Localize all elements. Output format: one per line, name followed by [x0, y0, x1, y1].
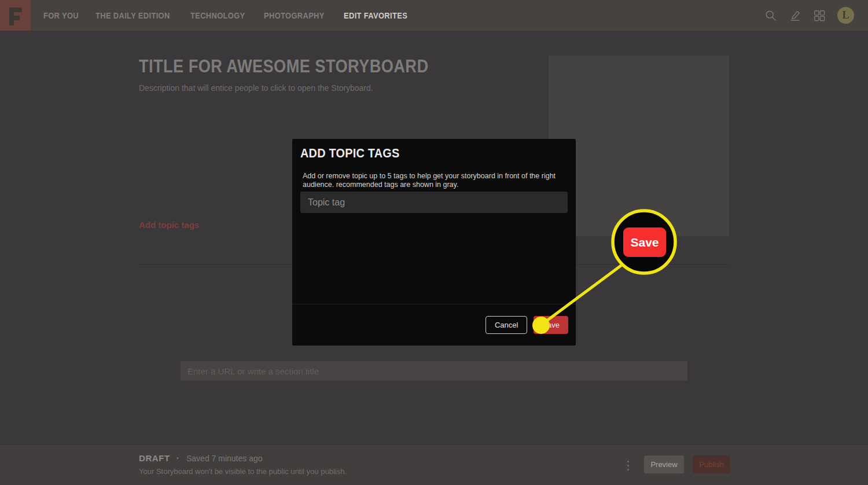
- modal-footer: Cancel Save: [292, 304, 576, 346]
- nav-item-edit-favorites[interactable]: EDIT FAVORITES: [344, 11, 407, 20]
- saved-timestamp: Saved 7 minutes ago: [186, 454, 263, 463]
- flipboard-f-icon: [6, 6, 25, 25]
- storyboard-title[interactable]: TITLE FOR AWESOME STORYBOARD: [139, 56, 429, 77]
- grid-icon[interactable]: [813, 9, 826, 22]
- nav-item-daily-edition[interactable]: THE DAILY EDITION: [95, 11, 170, 20]
- search-icon[interactable]: [764, 9, 777, 22]
- nav-item-photography[interactable]: PHOTOGRAPHY: [264, 11, 325, 20]
- nav-item-for-you[interactable]: FOR YOU: [43, 11, 79, 20]
- add-topic-tags-modal: ADD TOPIC TAGS Add or remove topic up to…: [292, 139, 576, 346]
- avatar[interactable]: L: [837, 7, 854, 24]
- storyboard-description[interactable]: Description that will entice people to c…: [139, 83, 373, 93]
- flipboard-logo[interactable]: [0, 0, 31, 31]
- status-separator-dot: •: [176, 454, 179, 461]
- top-navbar: FOR YOU THE DAILY EDITION TECHNOLOGY PHO…: [0, 0, 868, 31]
- add-topic-tags-link[interactable]: Add topic tags: [139, 220, 199, 230]
- nav-item-technology[interactable]: TECHNOLOGY: [190, 11, 245, 20]
- nav-right: L: [764, 7, 868, 24]
- visibility-note: Your Storyboard won't be visible to the …: [139, 467, 347, 476]
- cancel-button[interactable]: Cancel: [486, 316, 527, 334]
- modal-body-text: Add or remove topic up to 5 tags to help…: [303, 172, 567, 190]
- modal-title: ADD TOPIC TAGS: [300, 146, 399, 161]
- preview-button[interactable]: Preview: [644, 455, 684, 473]
- save-button[interactable]: Save: [534, 316, 568, 334]
- bottom-status-bar: DRAFT • Saved 7 minutes ago Your Storybo…: [0, 444, 868, 485]
- compose-icon[interactable]: [789, 9, 801, 22]
- draft-status-badge: DRAFT: [139, 453, 170, 463]
- section-url-input[interactable]: [181, 361, 687, 381]
- topic-tag-input[interactable]: [300, 192, 568, 213]
- more-options-icon[interactable]: [624, 457, 631, 474]
- publish-button[interactable]: Publish: [693, 455, 730, 473]
- nav-items: FOR YOU THE DAILY EDITION TECHNOLOGY PHO…: [43, 11, 413, 20]
